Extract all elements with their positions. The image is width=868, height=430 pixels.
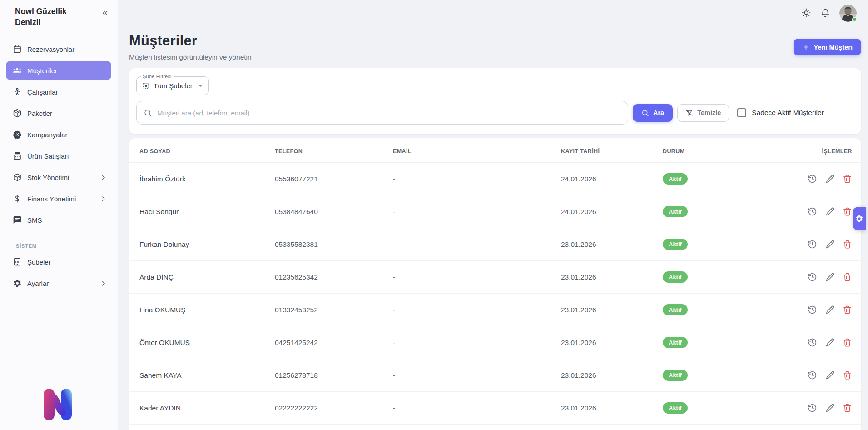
clear-filters-button[interactable]: Temizle — [677, 104, 729, 122]
sms-icon — [13, 215, 22, 225]
edit-button[interactable] — [825, 207, 835, 216]
filter-off-icon — [685, 109, 693, 117]
delete-button[interactable] — [843, 370, 852, 380]
cell-status: Aktif — [663, 163, 776, 195]
active-only-checkbox[interactable] — [737, 108, 746, 117]
edit-button[interactable] — [825, 403, 835, 413]
cell-email: - — [393, 228, 561, 261]
cell-actions — [776, 294, 861, 326]
history-button[interactable] — [808, 370, 817, 380]
status-badge: Aktif — [663, 239, 688, 250]
customers-table-card: AD SOYADTELEFONEMAİLKAYIT TARİHİDURUMİŞL… — [129, 138, 861, 430]
history-button[interactable] — [808, 240, 817, 249]
pos-icon — [13, 151, 22, 160]
history-icon — [808, 403, 817, 413]
sidebar-item-çalışanlar[interactable]: Çalışanlar — [6, 82, 111, 101]
delete-button[interactable] — [843, 174, 852, 184]
edit-button[interactable] — [825, 240, 835, 249]
sidebar-item-label: Kampanyalar — [27, 131, 107, 139]
sidebar-item-stok-yönetimi[interactable]: Stok Yönetimi — [6, 168, 111, 187]
cell-date: 24.01.2026 — [561, 195, 663, 228]
active-only-filter[interactable]: Sadece Aktif Müşteriler — [737, 108, 824, 117]
edit-icon — [825, 240, 835, 249]
sidebar-item-label: Şubeler — [27, 258, 107, 266]
history-icon — [808, 240, 817, 249]
sidebar-item-finans-yönetimi[interactable]: Finans Yönetimi — [6, 189, 111, 208]
branch-filter-select[interactable]: Şube Filtresi Tüm Şubeler — [136, 76, 209, 95]
page-title: Müşteriler — [129, 33, 252, 49]
sidebar-item-label: Paketler — [27, 110, 107, 117]
history-button[interactable] — [808, 403, 817, 413]
delete-button[interactable] — [843, 240, 852, 249]
column-header: DURUM — [663, 138, 776, 163]
people-icon — [13, 66, 22, 75]
cell-name: Lina OKUMUŞ — [129, 294, 275, 326]
delete-button[interactable] — [843, 305, 852, 315]
history-button[interactable] — [808, 305, 817, 315]
cell-email: - — [393, 195, 561, 228]
cell-email: - — [393, 261, 561, 294]
cell-status: Aktif — [663, 392, 776, 425]
search-icon — [144, 109, 152, 117]
history-button[interactable] — [808, 207, 817, 216]
sidebar-item-paketler[interactable]: Paketler — [6, 104, 111, 123]
cell-email: - — [393, 392, 561, 425]
sidebar-item-şubeler[interactable]: Şubeler — [6, 252, 111, 271]
stock-icon — [13, 173, 22, 182]
chevron-right-icon — [100, 174, 107, 181]
table-row: Sanem KAYA 01256278718 - 23.01.2026 Akti… — [129, 359, 861, 392]
history-button[interactable] — [808, 174, 817, 184]
sidebar-section-label: SİSTEM — [0, 243, 118, 249]
cell-status: Aktif — [663, 294, 776, 326]
history-icon — [808, 207, 817, 216]
history-icon — [808, 272, 817, 282]
cell-email: - — [393, 163, 561, 195]
history-button[interactable] — [808, 338, 817, 347]
edit-button[interactable] — [825, 305, 835, 315]
sidebar-item-ürün-satışları[interactable]: Ürün Satışları — [6, 146, 111, 165]
theme-toggle-button[interactable] — [801, 8, 811, 19]
edit-button[interactable] — [825, 370, 835, 380]
edit-button[interactable] — [825, 338, 835, 347]
cell-phone: 04251425242 — [275, 326, 393, 359]
history-button[interactable] — [808, 272, 817, 282]
new-customer-button[interactable]: Yeni Müşteri — [794, 39, 861, 55]
cell-email: - — [393, 359, 561, 392]
delete-icon — [843, 272, 852, 282]
table-row: Lina OKUMUŞ 01332453252 - 23.01.2026 Akt… — [129, 294, 861, 326]
delete-button[interactable] — [843, 272, 852, 282]
search-button-label: Ara — [653, 109, 664, 116]
history-icon — [808, 174, 817, 184]
search-input[interactable] — [157, 109, 621, 117]
sidebar-item-kampanyalar[interactable]: Kampanyalar — [6, 125, 111, 144]
edit-button[interactable] — [825, 174, 835, 184]
sidebar-item-rezervasyonlar[interactable]: Rezervasyonlar — [6, 40, 111, 59]
status-badge: Aktif — [663, 337, 688, 348]
edit-icon — [825, 403, 835, 413]
gear-icon — [855, 215, 863, 223]
delete-button[interactable] — [843, 338, 852, 347]
topbar — [129, 0, 861, 26]
sidebar-item-ayarlar[interactable]: Ayarlar — [6, 274, 111, 293]
edit-button[interactable] — [825, 272, 835, 282]
user-avatar[interactable] — [839, 5, 857, 22]
cell-phone: 01332453252 — [275, 294, 393, 326]
cell-name: İbrahim Öztürk — [129, 163, 275, 195]
settings-fab[interactable] — [853, 207, 866, 230]
sidebar-item-sms[interactable]: SMS — [6, 210, 111, 230]
new-customer-label: Yeni Müşteri — [814, 44, 853, 51]
delete-button[interactable] — [843, 207, 852, 216]
column-header: TELEFON — [275, 138, 393, 163]
delete-button[interactable] — [843, 403, 852, 413]
cell-actions — [776, 163, 861, 195]
cell-phone: 01235625342 — [275, 261, 393, 294]
dollar-icon — [13, 194, 22, 203]
table-header-row: AD SOYADTELEFONEMAİLKAYIT TARİHİDURUMİŞL… — [129, 138, 861, 163]
status-badge: Aktif — [663, 402, 688, 414]
sidebar-collapse-button[interactable]: « — [102, 7, 108, 17]
sidebar-item-müşteriler[interactable]: Müşteriler — [6, 61, 111, 80]
cell-status: Aktif — [663, 261, 776, 294]
search-button[interactable]: Ara — [633, 104, 673, 122]
notifications-button[interactable] — [820, 8, 830, 19]
status-badge: Aktif — [663, 206, 688, 217]
